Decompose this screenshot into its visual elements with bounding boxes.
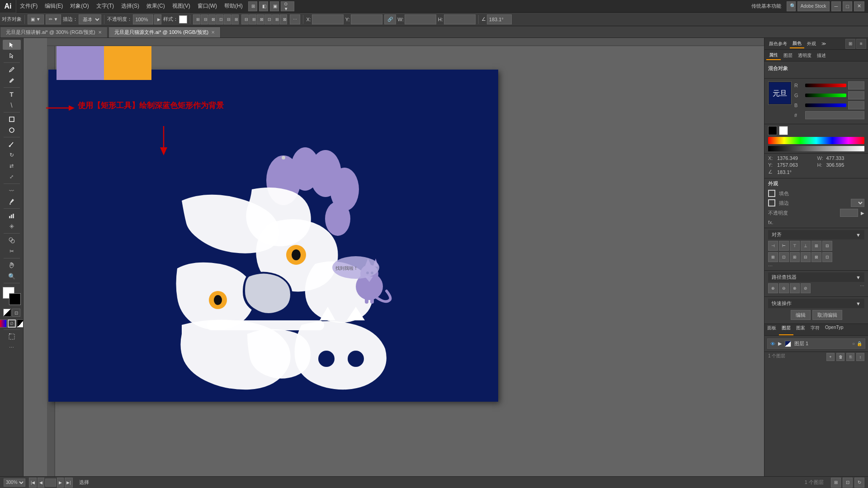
- panel-tab-color[interactable]: 颜色: [790, 39, 804, 48]
- layers-dupe-btn[interactable]: ⎘: [846, 353, 854, 361]
- stroke-panel-select[interactable]: [851, 199, 864, 207]
- menu-help[interactable]: 帮助(H): [221, 0, 246, 13]
- mesh-tool[interactable]: [3, 221, 21, 231]
- rotate-tool[interactable]: ↻: [3, 150, 21, 160]
- pf-exclude[interactable]: ⊘: [801, 283, 811, 293]
- layers-add-btn[interactable]: +: [826, 353, 835, 361]
- align-left-btn[interactable]: ⊞: [193, 14, 200, 24]
- select-tool[interactable]: [3, 40, 21, 50]
- align-right-edge[interactable]: ⊤: [790, 241, 800, 251]
- distribute-bottom-btn[interactable]: ⊠: [280, 14, 287, 24]
- pathfinder-header[interactable]: 路径查找器 ▼: [768, 272, 864, 282]
- btab-layers[interactable]: 图层: [779, 324, 793, 335]
- paintbrush-tool[interactable]: [3, 139, 21, 149]
- scissors-tool[interactable]: ✂: [3, 246, 21, 256]
- ellipse-tool[interactable]: [3, 125, 21, 135]
- menu-view[interactable]: 视图(V): [169, 0, 194, 13]
- align-bottom-edge[interactable]: ⊟: [822, 241, 832, 251]
- align-bottom-btn[interactable]: ⊞: [231, 14, 239, 24]
- nav-prev-btn[interactable]: ◀: [38, 478, 44, 488]
- hand-tool[interactable]: [3, 260, 21, 270]
- distribute-left-btn[interactable]: ⊟: [241, 14, 249, 24]
- r-slider[interactable]: [805, 84, 846, 87]
- layers-del-btn[interactable]: 🗑: [836, 353, 844, 361]
- menu-object[interactable]: 对象(O): [66, 0, 92, 13]
- pf-minus-front[interactable]: ⊖: [779, 283, 789, 293]
- distribute-h-btn[interactable]: ⊞: [249, 14, 256, 24]
- dist-right[interactable]: ⊞: [790, 252, 800, 262]
- menu-file[interactable]: 文件(F): [16, 0, 41, 13]
- dist-v[interactable]: ⊠: [811, 252, 821, 262]
- btn-icon3[interactable]: ▣: [270, 1, 279, 11]
- tab-0[interactable]: 元旦是只猫讲解.ai* @ 300% (RGB/预览) ✕: [0, 27, 108, 38]
- fill-icon[interactable]: [768, 190, 775, 197]
- panel-icon-1[interactable]: ⊞: [845, 39, 855, 49]
- direct-select-tool[interactable]: [3, 51, 21, 61]
- swap-colors-btn[interactable]: [3, 309, 11, 317]
- bg-color-swatch[interactable]: [779, 126, 788, 135]
- pf-unite[interactable]: ⊕: [768, 283, 778, 293]
- align-center-h-btn[interactable]: ⊟: [201, 14, 208, 24]
- shape-builder-tool[interactable]: [3, 235, 21, 245]
- link-coords-btn[interactable]: 🔗: [384, 14, 396, 24]
- default-colors-btn[interactable]: ⊡: [12, 309, 20, 317]
- stroke-icon[interactable]: [768, 199, 775, 206]
- eyedropper-tool[interactable]: [3, 197, 21, 206]
- arrange-icon-btn[interactable]: ⊞: [831, 478, 841, 488]
- panel-tab-color-ref[interactable]: 颜色参考: [766, 40, 790, 48]
- warp-tool[interactable]: 〰: [3, 186, 21, 196]
- fg-color-swatch[interactable]: [768, 126, 777, 135]
- align-center-h[interactable]: ⊢: [779, 241, 789, 251]
- minimize-btn[interactable]: ─: [831, 1, 841, 11]
- reflect-tool[interactable]: ⇄: [3, 161, 21, 171]
- search-icon-btn[interactable]: 🔍: [787, 1, 796, 11]
- dist-h[interactable]: ⊡: [779, 252, 789, 262]
- line-tool[interactable]: \: [3, 100, 21, 110]
- y-coord-input[interactable]: 1757.063: [351, 14, 382, 24]
- close-btn[interactable]: ✕: [854, 1, 864, 11]
- rotate-view-btn[interactable]: ↻: [854, 478, 864, 488]
- pen-tool-btn[interactable]: ✏ ▼: [46, 14, 61, 24]
- r-value[interactable]: [848, 81, 864, 89]
- g-slider[interactable]: [805, 94, 846, 97]
- distribute-top-btn[interactable]: ⊡: [264, 14, 272, 24]
- dist-top[interactable]: ⊟: [801, 252, 811, 262]
- no-fill-btn[interactable]: ∅: [8, 319, 16, 328]
- btn-icon2[interactable]: ◧: [259, 1, 268, 11]
- align-center-v-btn[interactable]: ⊟: [224, 14, 231, 24]
- background-color[interactable]: [9, 293, 21, 305]
- prop-tab-transparency[interactable]: 透明度: [795, 52, 814, 60]
- nav-first-btn[interactable]: |◀: [29, 478, 37, 488]
- opacity-arrow[interactable]: ▶: [154, 14, 161, 24]
- nav-next-btn[interactable]: ▶: [57, 478, 64, 488]
- layers-move-btn[interactable]: ↕: [856, 353, 864, 361]
- layer-lock-icon[interactable]: 🔒: [857, 341, 862, 346]
- btab-panel[interactable]: 面板: [764, 324, 779, 335]
- more-tools-btn[interactable]: ⋯: [3, 343, 21, 352]
- align-right-btn[interactable]: ⊠: [208, 14, 216, 24]
- page-input[interactable]: 2: [45, 479, 56, 487]
- panel-icon-2[interactable]: ≡: [856, 39, 866, 49]
- zoom-select[interactable]: 300% 100% 200% 50%: [4, 479, 25, 487]
- w-coord-input[interactable]: 477.333: [405, 14, 436, 24]
- tab-1[interactable]: 元旦是只猫源文件.ai* @ 100% (RGB/预览) ✕: [108, 27, 221, 38]
- tab-0-close[interactable]: ✕: [98, 30, 102, 35]
- btab-char[interactable]: 字符: [808, 324, 822, 335]
- stroke-select[interactable]: 基本: [79, 14, 101, 24]
- dist-left[interactable]: ⊠: [768, 252, 778, 262]
- menu-text[interactable]: 文字(T): [93, 0, 118, 13]
- cancel-edit-btn[interactable]: 取消编辑: [812, 310, 842, 320]
- menu-window[interactable]: 窗口(W): [194, 0, 221, 13]
- scale-tool[interactable]: ⤢: [3, 172, 21, 182]
- edit-btn[interactable]: 编辑: [791, 310, 811, 320]
- align-left-edge[interactable]: ⊣: [768, 241, 778, 251]
- x-coord-input[interactable]: 1376.349: [312, 14, 344, 24]
- more-align-btn[interactable]: ⋯: [290, 14, 300, 24]
- canvas-area[interactable]: // ticks drawn inline below: [24, 38, 764, 476]
- distribute-v-btn[interactable]: ⊞: [272, 14, 279, 24]
- panel-tab-more[interactable]: ≫: [819, 40, 829, 47]
- prop-tab-attrs[interactable]: 属性: [766, 51, 781, 60]
- angle-input[interactable]: [487, 14, 512, 24]
- align-top-edge[interactable]: ⊥: [801, 241, 811, 251]
- select-tool-btn[interactable]: ▣ ▼: [28, 14, 44, 24]
